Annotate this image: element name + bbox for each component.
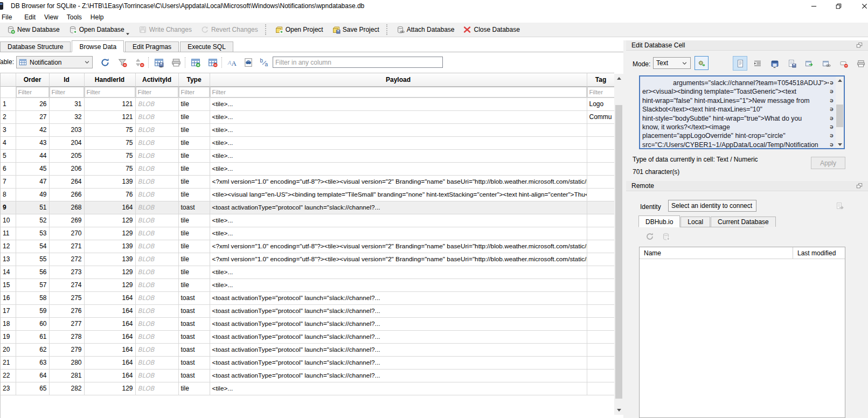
cell-activityid[interactable]: BLOB [135, 136, 178, 149]
delete-record-button[interactable] [206, 56, 220, 69]
cell-activityid[interactable]: BLOB [135, 110, 178, 123]
scrollbar-thumb[interactable] [615, 105, 622, 399]
cell-activityid[interactable]: BLOB [135, 149, 178, 162]
cell-order[interactable]: 52 [16, 214, 49, 227]
cell-id[interactable]: 204 [49, 136, 84, 149]
cell-activityid[interactable]: BLOB [135, 291, 178, 304]
cell-activityid[interactable]: BLOB [135, 214, 178, 227]
cell-activityid[interactable]: BLOB [135, 330, 178, 343]
cell-id[interactable]: 274 [49, 278, 84, 291]
cell-id[interactable]: 276 [49, 304, 84, 317]
export-file-button[interactable] [784, 56, 799, 71]
table-select[interactable]: Notification [16, 56, 93, 68]
table-row[interactable]: 1759276164BLOBtoast<toast activationType… [1, 304, 614, 317]
cell-type[interactable]: tile [178, 188, 210, 201]
filter-activityid-input[interactable] [136, 87, 178, 97]
tab-edit-pragmas[interactable]: Edit Pragmas [125, 41, 179, 52]
cell-tag[interactable] [587, 291, 614, 304]
tab-current-database[interactable]: Current Database [711, 217, 776, 227]
cell-handlerid[interactable]: 121 [84, 97, 135, 110]
cell-tag[interactable] [587, 201, 614, 214]
filter-any-column-input[interactable] [273, 57, 443, 68]
cell-order[interactable]: 63 [16, 356, 49, 369]
cell-handlerid[interactable]: 164 [84, 343, 135, 356]
clear-sort-button[interactable] [133, 56, 147, 69]
cell-id[interactable]: 31 [49, 97, 84, 110]
cell-handlerid[interactable]: 76 [84, 188, 135, 201]
cell-tag[interactable] [587, 188, 614, 201]
cell-activityid[interactable]: BLOB [135, 188, 178, 201]
cell-type[interactable]: toast [178, 317, 210, 330]
column-header-id[interactable]: Id [49, 73, 84, 86]
cell-type[interactable]: tile [178, 266, 210, 278]
cell-type[interactable]: tile [178, 123, 210, 136]
scroll-down-icon[interactable] [836, 141, 844, 148]
cell-payload[interactable]: <toast activationType="protocol" launch=… [210, 369, 587, 382]
menu-edit[interactable]: Edit [20, 12, 40, 23]
cell-handlerid[interactable]: 75 [84, 149, 135, 162]
cell-id[interactable]: 279 [49, 343, 84, 356]
cell-payload[interactable]: <?xml version="1.0" encoding="utf-8"?><t… [210, 253, 587, 266]
cell-type[interactable]: toast [178, 369, 210, 382]
table-row[interactable]: 22732121BLOBtile<tile>...Commu [1, 110, 614, 123]
menu-help[interactable]: Help [86, 12, 108, 23]
cell-handlerid[interactable]: 75 [84, 162, 135, 175]
menu-file[interactable]: File [0, 12, 16, 23]
cell-payload[interactable]: <tile>... [210, 149, 587, 162]
cell-tag[interactable] [587, 214, 614, 227]
word-wrap-button[interactable] [750, 56, 765, 71]
cell-tag[interactable] [587, 317, 614, 330]
cell-handlerid[interactable]: 129 [84, 266, 135, 278]
attach-database-button[interactable]: Attach Database [392, 23, 459, 36]
table-row[interactable]: 12631121BLOBtile<tile>...Logo [1, 97, 614, 110]
clear-filters-button[interactable] [115, 56, 129, 69]
new-database-button[interactable]: New Database [2, 23, 64, 36]
cell-handlerid[interactable]: 129 [84, 278, 135, 291]
cell-handlerid[interactable]: 164 [84, 304, 135, 317]
cell-activityid[interactable]: BLOB [135, 175, 178, 188]
grid-vertical-scrollbar[interactable] [614, 74, 623, 415]
table-row[interactable]: 951268164BLOBtoast<toast activationType=… [1, 201, 614, 214]
menu-view[interactable]: View [40, 12, 63, 23]
table-row[interactable]: 1254271139BLOBtile<?xml version="1.0" en… [1, 240, 614, 253]
cell-tag[interactable] [587, 175, 614, 188]
cell-activityid[interactable]: BLOB [135, 227, 178, 240]
cell-tag[interactable] [587, 278, 614, 291]
cell-type[interactable]: tile [178, 214, 210, 227]
cell-type[interactable]: toast [178, 343, 210, 356]
cell-order[interactable]: 65 [16, 382, 49, 395]
mode-select[interactable]: Text [653, 57, 691, 69]
cell-order[interactable]: 51 [16, 201, 49, 214]
cell-activityid[interactable]: BLOB [135, 278, 178, 291]
cell-tag[interactable]: Logo [587, 97, 614, 110]
cell-id[interactable]: 203 [49, 123, 84, 136]
cell-type[interactable]: tile [178, 278, 210, 291]
scroll-up-icon[interactable] [614, 74, 623, 83]
column-header-payload[interactable]: Payload [210, 73, 587, 86]
cell-payload[interactable]: <toast activationType="protocol" launch=… [210, 304, 587, 317]
table-row[interactable]: 1355272139BLOBtile<?xml version="1.0" en… [1, 253, 614, 266]
cell-payload[interactable]: <toast activationType="protocol" launch=… [210, 201, 587, 214]
cell-handlerid[interactable]: 164 [84, 330, 135, 343]
cell-id[interactable]: 205 [49, 149, 84, 162]
cell-tag[interactable] [587, 330, 614, 343]
cell-order[interactable]: 47 [16, 175, 49, 188]
cell-type[interactable]: tile [178, 227, 210, 240]
cell-payload[interactable]: <?xml version="1.0" encoding="utf-8"?><t… [210, 240, 587, 253]
set-null-button[interactable] [836, 56, 851, 71]
table-row[interactable]: 1153270129BLOBtile<tile>... [1, 227, 614, 240]
cell-handlerid[interactable]: 164 [84, 356, 135, 369]
cell-order[interactable]: 60 [16, 317, 49, 330]
cell-id[interactable]: 206 [49, 162, 84, 175]
cell-handlerid[interactable]: 164 [84, 369, 135, 382]
cell-payload[interactable]: <tile>... [210, 110, 587, 123]
cell-activityid[interactable]: BLOB [135, 123, 178, 136]
filter-payload-input[interactable] [210, 87, 587, 97]
tab-local[interactable]: Local [680, 217, 710, 227]
cell-tag[interactable] [587, 162, 614, 175]
cell-handlerid[interactable]: 129 [84, 382, 135, 395]
cell-activityid[interactable]: BLOB [135, 201, 178, 214]
filter-order-input[interactable] [16, 87, 49, 97]
cell-activityid[interactable]: BLOB [135, 382, 178, 395]
cell-payload[interactable]: <toast activationType="protocol" launch=… [210, 356, 587, 369]
